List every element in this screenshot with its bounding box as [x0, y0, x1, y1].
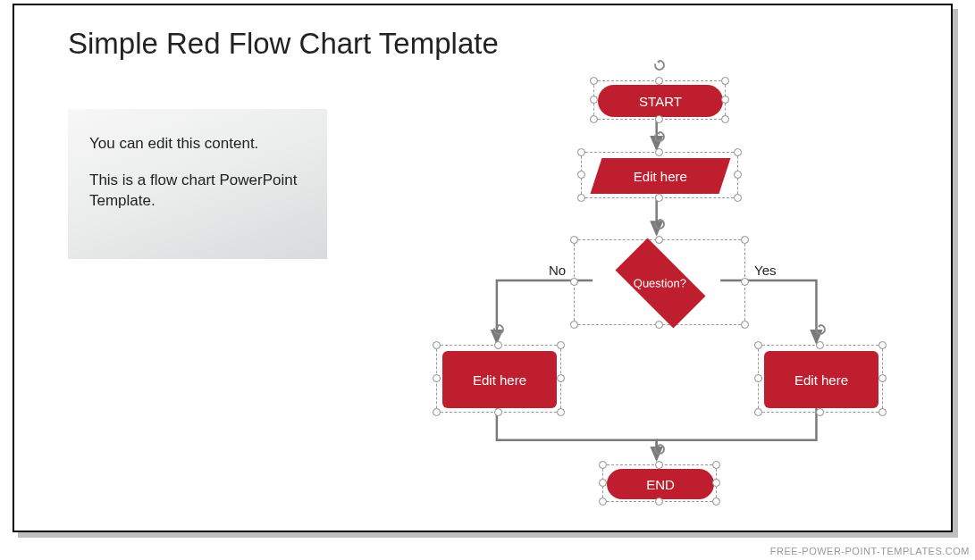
right-process-shape[interactable]: Edit here [764, 351, 878, 408]
rotate-handle-icon[interactable] [813, 322, 828, 337]
rotate-handle-icon[interactable] [652, 217, 667, 231]
resize-handle[interactable] [433, 374, 441, 382]
end-label: END [646, 477, 675, 492]
resize-handle[interactable] [734, 148, 742, 156]
resize-handle[interactable] [754, 341, 762, 349]
resize-handle[interactable] [655, 236, 663, 244]
resize-handle[interactable] [712, 461, 720, 469]
resize-handle[interactable] [599, 461, 607, 469]
input-selection[interactable]: Edit here [581, 152, 738, 198]
resize-handle[interactable] [590, 77, 598, 85]
end-selection[interactable]: END [602, 464, 717, 502]
resize-handle[interactable] [590, 96, 598, 104]
resize-handle[interactable] [878, 374, 887, 382]
connectors [14, 5, 951, 531]
resize-handle[interactable] [590, 115, 598, 123]
resize-handle[interactable] [816, 408, 824, 416]
end-shape[interactable]: END [607, 469, 714, 499]
resize-handle[interactable] [816, 341, 824, 349]
input-label: Edit here [634, 169, 687, 184]
resize-handle[interactable] [599, 479, 607, 487]
input-shape[interactable]: Edit here [591, 158, 731, 194]
resize-handle[interactable] [721, 77, 729, 85]
resize-handle[interactable] [570, 321, 578, 329]
resize-handle[interactable] [557, 341, 565, 349]
left-process-label: Edit here [473, 372, 526, 388]
resize-handle[interactable] [570, 278, 578, 286]
decision-label: Question? [634, 276, 686, 289]
resize-handle[interactable] [655, 497, 663, 506]
resize-handle[interactable] [577, 194, 585, 202]
resize-handle[interactable] [557, 374, 565, 382]
resize-handle[interactable] [577, 148, 585, 156]
resize-handle[interactable] [433, 408, 441, 416]
resize-handle[interactable] [734, 171, 742, 179]
resize-handle[interactable] [494, 341, 502, 349]
resize-handle[interactable] [878, 408, 887, 416]
resize-handle[interactable] [655, 321, 663, 329]
rotate-handle-icon[interactable] [492, 322, 506, 337]
resize-handle[interactable] [655, 461, 663, 469]
resize-handle[interactable] [433, 341, 441, 349]
resize-handle[interactable] [754, 374, 762, 382]
branch-yes-label: Yes [754, 263, 776, 278]
resize-handle[interactable] [741, 321, 749, 329]
right-process-label: Edit here [794, 372, 848, 388]
resize-handle[interactable] [741, 236, 749, 244]
resize-handle[interactable] [655, 194, 663, 202]
resize-handle[interactable] [655, 148, 663, 156]
start-shape[interactable]: START [598, 85, 723, 117]
resize-handle[interactable] [577, 171, 585, 179]
rotate-handle-icon[interactable] [652, 58, 667, 72]
resize-handle[interactable] [557, 408, 565, 416]
start-label: START [639, 94, 682, 109]
resize-handle[interactable] [754, 408, 762, 416]
resize-handle[interactable] [570, 236, 578, 244]
resize-handle[interactable] [599, 497, 607, 506]
rotate-handle-icon[interactable] [652, 130, 667, 144]
resize-handle[interactable] [721, 96, 729, 104]
left-process-selection[interactable]: Edit here [436, 345, 561, 413]
resize-handle[interactable] [878, 341, 887, 349]
start-selection[interactable]: START [593, 80, 726, 120]
resize-handle[interactable] [712, 479, 720, 487]
right-process-selection[interactable]: Edit here [758, 345, 883, 413]
resize-handle[interactable] [494, 408, 502, 416]
rotate-handle-icon[interactable] [652, 442, 667, 456]
resize-handle[interactable] [655, 77, 663, 85]
left-process-shape[interactable]: Edit here [442, 351, 557, 408]
flowchart: START Edit here Question? [14, 5, 951, 531]
resize-handle[interactable] [721, 115, 729, 123]
resize-handle[interactable] [741, 278, 749, 286]
resize-handle[interactable] [712, 497, 720, 506]
footer-attribution: FREE-POWER-POINT-TEMPLATES.COM [770, 546, 970, 556]
decision-shape[interactable]: Question? [616, 238, 706, 329]
decision-selection[interactable]: Question? [574, 239, 745, 325]
slide-canvas: Simple Red Flow Chart Template You can e… [13, 4, 953, 532]
resize-handle[interactable] [655, 115, 663, 123]
resize-handle[interactable] [734, 194, 742, 202]
branch-no-label: No [549, 263, 566, 278]
